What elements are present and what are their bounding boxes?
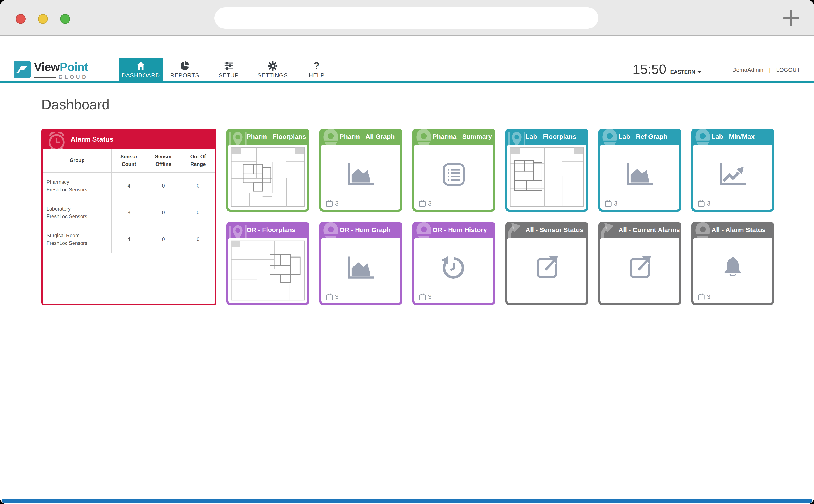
area-chart-icon bbox=[625, 162, 655, 188]
area-chart-icon bbox=[346, 162, 376, 188]
tile-body: 3 bbox=[414, 238, 493, 303]
new-tab-icon[interactable] bbox=[782, 9, 801, 27]
alarm-clock-icon bbox=[45, 130, 68, 149]
tile-lab-ref-graph[interactable]: Lab - Ref Graph 3 bbox=[598, 129, 681, 212]
map-icon bbox=[507, 129, 527, 145]
tile-all-current-alarms[interactable]: All - Current Alarms bbox=[598, 222, 681, 305]
timezone-dropdown[interactable]: EASTERN bbox=[670, 69, 701, 75]
table-header-row: Group Sensor Count Sensor Offline Out Of… bbox=[43, 149, 215, 172]
nav-item-reports[interactable]: REPORTS bbox=[163, 58, 207, 81]
pin-icon bbox=[693, 129, 713, 145]
user-name-link[interactable]: DemoAdmin bbox=[732, 67, 763, 73]
tile-title: Lab - Min/Max bbox=[712, 133, 755, 140]
sensor-count-cell: 4 bbox=[112, 172, 146, 199]
tile-body bbox=[507, 238, 586, 303]
calendar-range: 3 bbox=[698, 200, 711, 207]
clock-time: 15:50 bbox=[633, 61, 666, 77]
calendar-range: 3 bbox=[419, 200, 432, 207]
tile-title: Pharm - All Graph bbox=[340, 133, 395, 140]
logout-link[interactable]: LOGOUT bbox=[776, 67, 800, 73]
tile-header: All - Sensor Status bbox=[505, 222, 588, 238]
help-icon bbox=[312, 61, 322, 71]
out-of-range-cell: 0 bbox=[181, 226, 215, 253]
calendar-days-value: 3 bbox=[707, 200, 711, 207]
group-cell: Laboratory FreshLoc Sensors bbox=[43, 199, 112, 226]
calendar-icon bbox=[326, 293, 333, 300]
chevron-down-icon bbox=[697, 71, 701, 73]
pin-icon bbox=[414, 222, 434, 238]
external-link-icon bbox=[627, 255, 653, 281]
tile-header: Lab - Min/Max bbox=[691, 129, 774, 145]
tile-all-sensor-status[interactable]: All - Sensor Status bbox=[505, 222, 588, 305]
user-menu-separator: | bbox=[769, 67, 770, 73]
viewpoint-logo[interactable]: ViewPoint CLOUD bbox=[13, 61, 88, 80]
calendar-icon bbox=[419, 293, 426, 300]
pie-chart-icon bbox=[180, 61, 190, 71]
out-of-range-cell: 0 bbox=[181, 172, 215, 199]
dashboard-page: Dashboard Alarm Status Group Sensor Coun… bbox=[0, 83, 814, 504]
tile-title: OR - Hum History bbox=[432, 226, 487, 234]
alarm-status-table: Group Sensor Count Sensor Offline Out Of… bbox=[43, 149, 215, 253]
tile-body bbox=[229, 145, 307, 210]
tile-title: Pharma - Summary bbox=[432, 133, 492, 140]
tile-body bbox=[229, 238, 307, 303]
tile-pharma-summary[interactable]: Pharma - Summary 3 bbox=[412, 129, 495, 212]
trend-up-icon bbox=[718, 162, 748, 188]
floorplan-thumbnail bbox=[231, 147, 305, 208]
external-link-icon bbox=[534, 255, 560, 281]
nav-item-label: REPORTS bbox=[170, 72, 199, 79]
tile-lab-min-max[interactable]: Lab - Min/Max 3 bbox=[691, 129, 774, 212]
tile-all-alarm-status[interactable]: All - Alarm Status 3 bbox=[691, 222, 774, 305]
calendar-icon bbox=[326, 200, 333, 207]
tile-lab-floorplans[interactable]: Lab - Floorplans bbox=[505, 129, 588, 212]
alarm-status-header: Alarm Status bbox=[43, 130, 215, 149]
tile-pharm-floorplans[interactable]: Pharm - Floorplans bbox=[227, 129, 309, 212]
calendar-range: 3 bbox=[419, 293, 432, 300]
brand-wordmark: ViewPoint bbox=[34, 61, 88, 73]
tile-or-hum-history[interactable]: OR - Hum History 3 bbox=[412, 222, 495, 305]
tile-header: OR - Hum Graph bbox=[320, 222, 402, 238]
table-row: Surgical Room FreshLoc Sensors 4 0 0 bbox=[43, 226, 215, 253]
window-zoom-button[interactable] bbox=[60, 14, 70, 24]
nav-item-label: DASHBOARD bbox=[121, 72, 160, 79]
tile-title: Lab - Floorplans bbox=[525, 133, 576, 140]
tile-or-hum-graph[interactable]: OR - Hum Graph 3 bbox=[320, 222, 402, 305]
tile-title: OR - Hum Graph bbox=[340, 226, 391, 234]
tile-header: Pharm - All Graph bbox=[320, 129, 402, 145]
floorplan-thumbnail bbox=[231, 240, 305, 301]
alarm-status-widget[interactable]: Alarm Status Group Sensor Count Sensor O… bbox=[41, 129, 217, 305]
brand-sub: CLOUD bbox=[59, 74, 88, 80]
sensor-offline-cell: 0 bbox=[146, 172, 180, 199]
calendar-icon bbox=[698, 200, 705, 207]
sliders-icon bbox=[224, 61, 234, 71]
nav-item-setup[interactable]: SETUP bbox=[207, 58, 251, 81]
tile-header: Pharm - Floorplans bbox=[227, 129, 309, 145]
tile-body: 3 bbox=[321, 145, 400, 210]
pin-icon bbox=[321, 129, 341, 145]
home-icon bbox=[136, 61, 146, 71]
tile-pharm-all-graph[interactable]: Pharm - All Graph 3 bbox=[320, 129, 402, 212]
nav-item-help[interactable]: HELP bbox=[295, 58, 339, 81]
nav-item-settings[interactable]: SETTINGS bbox=[251, 58, 295, 81]
out-of-range-cell: 0 bbox=[181, 199, 215, 226]
map-icon bbox=[228, 222, 248, 238]
calendar-days-value: 3 bbox=[707, 293, 711, 300]
clock: 15:50 EASTERN bbox=[633, 61, 701, 77]
address-bar[interactable] bbox=[215, 7, 598, 29]
sensor-offline-cell: 0 bbox=[146, 226, 180, 253]
alarm-card-title: Alarm Status bbox=[70, 135, 113, 143]
window-close-button[interactable] bbox=[16, 14, 26, 24]
tile-title: All - Current Alarms bbox=[619, 226, 680, 234]
summary-list-icon bbox=[441, 162, 467, 188]
window-minimize-button[interactable] bbox=[38, 14, 48, 24]
main-nav: DASHBOARD REPORTS SETUP SETTINGS HELP bbox=[119, 58, 339, 81]
column-header-group: Group bbox=[43, 149, 112, 172]
sensor-count-cell: 4 bbox=[112, 226, 146, 253]
timezone-label: EASTERN bbox=[670, 69, 695, 75]
pin-icon bbox=[600, 129, 620, 145]
map-icon bbox=[228, 129, 248, 145]
tile-or-floorplans[interactable]: OR - Floorplans bbox=[227, 222, 309, 305]
tile-title: All - Alarm Status bbox=[712, 226, 766, 234]
tile-body: 3 bbox=[693, 238, 772, 303]
nav-item-dashboard[interactable]: DASHBOARD bbox=[119, 58, 163, 81]
